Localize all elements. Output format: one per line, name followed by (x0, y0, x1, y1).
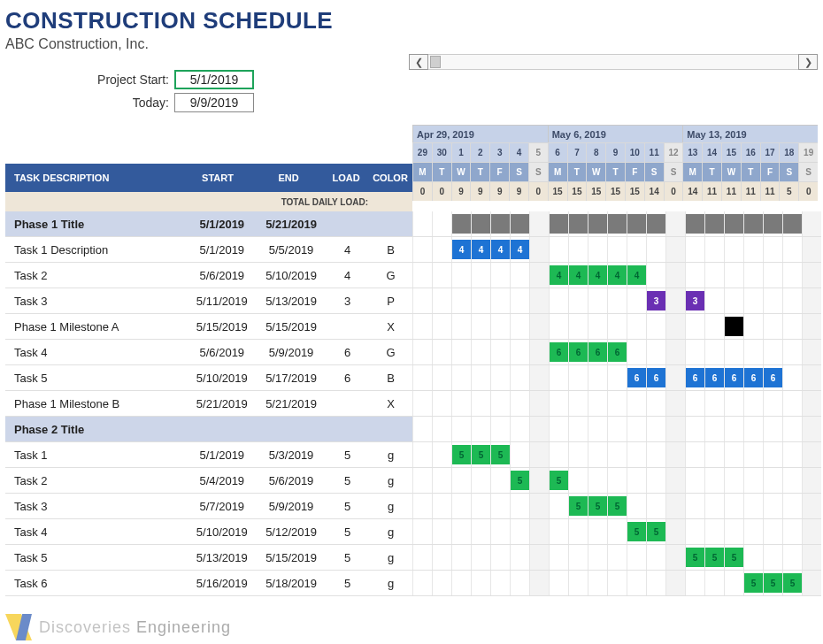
task-row[interactable]: Task 25/4/20195/6/20195g (5, 468, 412, 494)
task-row[interactable]: Task 1 Description5/1/20195/5/20194B (5, 237, 412, 263)
phase-bar[interactable] (725, 214, 743, 234)
task-end: 5/5/2019 (257, 243, 326, 257)
task-row[interactable]: Task 45/10/20195/12/20195g (5, 519, 412, 545)
phase-bar[interactable] (705, 214, 724, 234)
task-bar[interactable]: 6 (647, 368, 665, 387)
project-start-input[interactable]: 5/1/2019 (174, 70, 254, 89)
task-bar[interactable]: 4 (491, 240, 510, 259)
phase-bar[interactable] (491, 214, 510, 234)
task-row[interactable]: Task 15/1/20195/3/20195g (5, 442, 412, 468)
task-bar[interactable]: 4 (472, 240, 490, 259)
phase-bar[interactable] (686, 214, 704, 234)
task-bar[interactable]: 4 (511, 240, 529, 259)
task-bar[interactable]: 4 (627, 265, 646, 285)
task-bar[interactable]: 5 (783, 573, 802, 593)
task-bar[interactable]: 6 (686, 368, 704, 387)
task-bar[interactable]: 6 (588, 342, 607, 362)
task-bar[interactable]: 5 (452, 445, 471, 464)
task-bar[interactable]: 6 (725, 368, 743, 387)
task-bar[interactable]: 5 (725, 548, 743, 567)
phase-bar[interactable] (783, 214, 802, 234)
task-bar[interactable]: 4 (608, 265, 627, 285)
task-bar[interactable]: 3 (686, 291, 704, 310)
task-bar[interactable]: 5 (647, 522, 665, 541)
task-bar[interactable]: 6 (705, 368, 724, 387)
task-row[interactable]: Task 35/11/20195/13/20193P (5, 288, 412, 314)
task-bar[interactable]: 6 (764, 368, 782, 387)
gantt-cell (607, 237, 627, 262)
phase-bar[interactable] (627, 214, 646, 234)
phase-bar[interactable] (764, 214, 782, 234)
gantt-cell (607, 417, 627, 441)
day-of-week-row: MTWTFSSMTWTFSSMTWTFSS (412, 162, 818, 181)
task-bar[interactable]: 5 (550, 471, 568, 490)
task-bar[interactable]: 5 (472, 445, 490, 464)
horizontal-scrollbar[interactable]: ❮ ❯ (409, 55, 818, 69)
gantt-cell (490, 314, 510, 339)
phase-bar[interactable] (511, 214, 529, 234)
gantt-cell (588, 571, 607, 595)
phase-bar[interactable] (550, 214, 568, 234)
gantt-row: 55 (412, 519, 821, 545)
phase-bar[interactable] (588, 214, 607, 234)
task-bar[interactable]: 5 (569, 496, 588, 516)
task-bar[interactable]: 5 (744, 573, 763, 593)
gantt-cell (802, 211, 821, 236)
task-bar[interactable]: 4 (452, 240, 471, 259)
task-bar[interactable]: 5 (686, 548, 704, 567)
task-row[interactable]: Phase 1 Milestone A5/15/20195/15/2019X (5, 314, 412, 340)
phase-bar[interactable] (452, 214, 471, 234)
gantt-cell (432, 571, 451, 595)
scroll-thumb[interactable] (430, 56, 441, 68)
gantt-cell (529, 263, 549, 288)
task-bar[interactable]: 6 (550, 342, 568, 362)
scroll-left-button[interactable]: ❮ (409, 54, 428, 70)
task-bar[interactable]: 4 (588, 265, 607, 285)
phase-bar[interactable] (608, 214, 627, 234)
milestone-marker[interactable] (725, 317, 743, 336)
today-input[interactable]: 9/9/2019 (174, 93, 254, 112)
task-bar[interactable]: 6 (627, 368, 646, 387)
gantt-cell: 4 (588, 263, 607, 288)
phase-bar[interactable] (569, 214, 588, 234)
scroll-right-button[interactable]: ❯ (798, 54, 818, 70)
phase-bar[interactable] (647, 214, 665, 234)
task-bar[interactable]: 3 (647, 291, 665, 310)
task-bar[interactable]: 5 (705, 548, 724, 567)
gantt-cell (510, 494, 529, 518)
task-row[interactable]: Task 55/10/20195/17/20196B (5, 365, 412, 391)
gantt-cell: 5 (743, 571, 763, 595)
task-row[interactable]: Task 25/6/20195/10/20194G (5, 263, 412, 288)
task-bar[interactable]: 5 (608, 496, 627, 516)
phase-bar[interactable] (472, 214, 490, 234)
gantt-cell (510, 365, 529, 390)
task-bar[interactable]: 6 (744, 368, 763, 387)
task-bar[interactable]: 4 (569, 265, 588, 285)
task-bar[interactable]: 5 (588, 496, 607, 516)
gantt-cell (412, 417, 432, 441)
task-start: 5/10/2019 (188, 525, 257, 539)
gantt-cell (568, 288, 588, 313)
task-row[interactable]: Task 35/7/20195/9/20195g (5, 494, 412, 519)
gantt-cell (763, 468, 782, 493)
task-row[interactable]: Task 55/13/20195/15/20195g (5, 545, 412, 571)
task-row[interactable]: Task 45/6/20195/9/20196G (5, 340, 412, 365)
task-bar[interactable]: 6 (608, 342, 627, 362)
scroll-track[interactable] (428, 54, 798, 70)
phase-row[interactable]: Phase 2 Title (5, 417, 412, 442)
task-bar[interactable]: 5 (511, 471, 529, 490)
gantt-cell (510, 340, 529, 364)
task-bar[interactable]: 4 (550, 265, 568, 285)
company-name: ABC Construction, Inc. (5, 36, 818, 52)
gantt-cell (432, 288, 451, 313)
phase-row[interactable]: Phase 1 Title5/1/20195/21/2019 (5, 211, 412, 237)
task-row[interactable]: Task 65/16/20195/18/20195g (5, 571, 412, 596)
phase-bar[interactable] (744, 214, 763, 234)
task-row[interactable]: Phase 1 Milestone B5/21/20195/21/2019X (5, 391, 412, 417)
task-bar[interactable]: 5 (764, 573, 782, 593)
watermark-logo-icon (5, 614, 32, 640)
task-bar[interactable]: 5 (627, 522, 646, 541)
task-bar[interactable]: 5 (491, 445, 510, 464)
task-bar[interactable]: 6 (569, 342, 588, 362)
gantt-cell (412, 365, 432, 390)
